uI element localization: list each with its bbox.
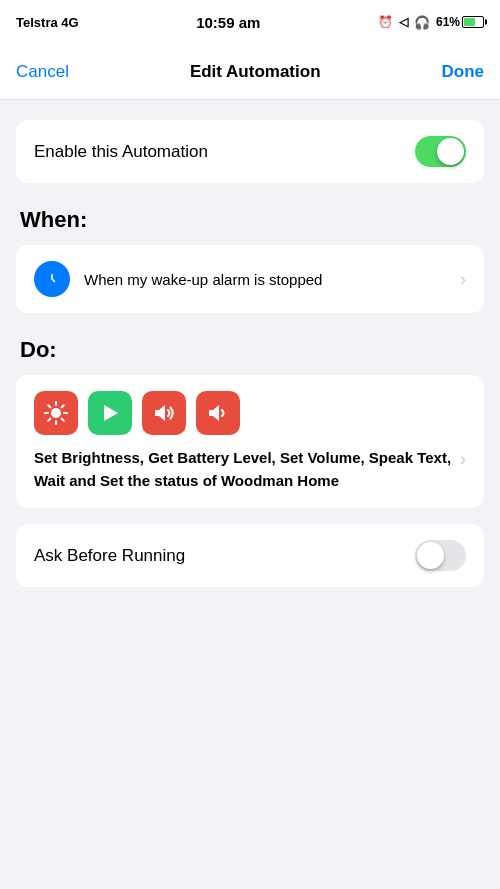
battery-icon bbox=[462, 16, 484, 28]
svg-line-7 bbox=[62, 419, 64, 421]
status-time: 10:59 am bbox=[196, 14, 260, 31]
ask-row: Ask Before Running bbox=[16, 524, 484, 587]
enable-label: Enable this Automation bbox=[34, 142, 208, 162]
battery-percentage: 61% bbox=[436, 15, 460, 29]
ask-toggle-thumb bbox=[417, 542, 444, 569]
battery-level-icon bbox=[88, 391, 132, 435]
enable-toggle[interactable] bbox=[415, 136, 466, 167]
when-card[interactable]: When my wake-up alarm is stopped › bbox=[16, 245, 484, 313]
page-title: Edit Automation bbox=[190, 62, 321, 82]
clock-icon bbox=[34, 261, 70, 297]
enable-automation-card: Enable this Automation bbox=[16, 120, 484, 183]
when-row: When my wake-up alarm is stopped › bbox=[16, 245, 484, 313]
enable-row: Enable this Automation bbox=[16, 120, 484, 183]
done-button[interactable]: Done bbox=[442, 62, 485, 82]
battery-container: 61% bbox=[436, 15, 484, 29]
svg-marker-11 bbox=[155, 405, 165, 421]
action-icons bbox=[34, 391, 466, 435]
volume-icon bbox=[142, 391, 186, 435]
status-right: ⏰ ◁ 🎧 61% bbox=[378, 15, 484, 30]
chevron-right-icon: › bbox=[460, 269, 466, 290]
status-left: Telstra 4G bbox=[16, 15, 79, 30]
trigger-text: When my wake-up alarm is stopped bbox=[84, 269, 446, 290]
brightness-icon bbox=[34, 391, 78, 435]
speak-text-icon bbox=[196, 391, 240, 435]
do-text-wrap: Set Brightness, Get Battery Level, Set V… bbox=[34, 447, 452, 492]
location-icon: ◁ bbox=[399, 15, 408, 29]
svg-marker-10 bbox=[104, 405, 118, 421]
svg-line-6 bbox=[48, 405, 50, 407]
toggle-thumb bbox=[437, 138, 464, 165]
ask-before-running-card: Ask Before Running bbox=[16, 524, 484, 587]
carrier-label: Telstra 4G bbox=[16, 15, 79, 30]
battery-fill bbox=[464, 18, 475, 26]
svg-point-1 bbox=[51, 408, 61, 418]
svg-line-8 bbox=[62, 405, 64, 407]
do-heading: Do: bbox=[20, 337, 480, 363]
cancel-button[interactable]: Cancel bbox=[16, 62, 69, 82]
status-bar: Telstra 4G 10:59 am ⏰ ◁ 🎧 61% bbox=[0, 0, 500, 44]
ask-label: Ask Before Running bbox=[34, 546, 185, 566]
chevron-right-do-icon: › bbox=[452, 449, 466, 470]
alarm-icon: ⏰ bbox=[378, 15, 393, 29]
do-actions-row: Set Brightness, Get Battery Level, Set V… bbox=[34, 447, 466, 492]
ask-toggle[interactable] bbox=[415, 540, 466, 571]
actions-text: Set Brightness, Get Battery Level, Set V… bbox=[34, 449, 451, 489]
svg-marker-12 bbox=[209, 405, 219, 421]
when-heading: When: bbox=[20, 207, 480, 233]
nav-bar: Cancel Edit Automation Done bbox=[0, 44, 500, 100]
headphone-icon: 🎧 bbox=[414, 15, 430, 30]
svg-line-9 bbox=[48, 419, 50, 421]
do-card[interactable]: Set Brightness, Get Battery Level, Set V… bbox=[16, 375, 484, 508]
content: Enable this Automation When: When my wak… bbox=[0, 100, 500, 623]
